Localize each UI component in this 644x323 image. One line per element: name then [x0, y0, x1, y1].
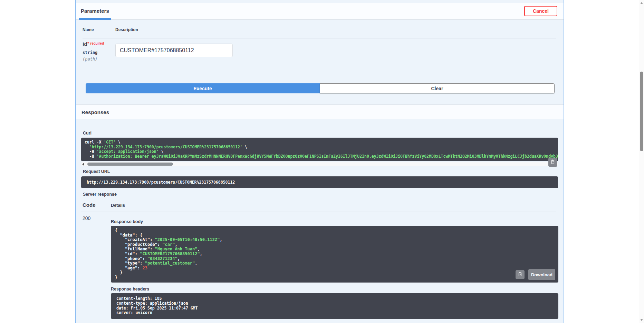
- copy-curl-button[interactable]: [548, 158, 557, 167]
- scroll-left-arrow-icon[interactable]: [82, 163, 84, 166]
- scroll-down-arrow-icon[interactable]: [640, 319, 643, 321]
- param-id-input[interactable]: [115, 44, 233, 57]
- table-divider: [83, 38, 556, 38]
- parameters-header: Parameters Cancel: [76, 3, 564, 20]
- download-button[interactable]: Download: [528, 269, 555, 280]
- server-response-label: Server response: [83, 192, 117, 197]
- required-label: required: [90, 41, 104, 45]
- active-tab-indicator: [79, 18, 111, 20]
- response-body-label: Response body: [111, 219, 143, 224]
- horizontal-scrollbar-thumb[interactable]: [87, 163, 173, 166]
- response-headers-label: Response headers: [111, 287, 149, 292]
- response-body-block: { "data": { "createAt": "2025-09-05T10:4…: [111, 226, 558, 283]
- tab-parameters-label: Parameters: [81, 8, 109, 14]
- page-scrollbar[interactable]: [639, 0, 644, 323]
- tab-parameters[interactable]: Parameters: [79, 3, 111, 20]
- swagger-ui-page: { "colors": { "accent_blue": "#4990e2", …: [0, 0, 644, 323]
- clipboard-icon: [518, 272, 522, 278]
- scroll-up-arrow-icon[interactable]: [640, 2, 643, 4]
- responses-header: Responses: [76, 104, 564, 119]
- curl-command-block: curl -X 'GET' \ 'http://13.229.134.173:7…: [81, 138, 558, 161]
- param-name: id*required: [83, 41, 104, 47]
- curl-label: Curl: [83, 131, 92, 136]
- column-header-details: Details: [111, 203, 125, 208]
- copy-response-button[interactable]: [516, 270, 525, 279]
- response-headers-block: content-length: 185content-type: applica…: [111, 293, 558, 319]
- clipboard-icon: [550, 159, 555, 165]
- execute-row: Execute Clear: [86, 83, 555, 93]
- curl-horizontal-scrollbar: [81, 162, 558, 166]
- required-asterisk: *: [87, 41, 89, 46]
- table-divider: [81, 212, 556, 212]
- param-name-text: id: [83, 41, 87, 47]
- vertical-scrollbar-thumb[interactable]: [640, 72, 643, 151]
- clear-button[interactable]: Clear: [320, 83, 555, 93]
- param-type: string: [83, 50, 97, 55]
- responses-title: Responses: [81, 105, 109, 120]
- column-header-code: Code: [83, 202, 96, 208]
- operation-panel: Parameters Cancel Name Description id*re…: [75, 0, 564, 323]
- request-url-label: Request URL: [83, 169, 110, 174]
- status-code: 200: [83, 215, 90, 221]
- column-header-name: Name: [83, 27, 94, 32]
- request-url-block: http://13.229.134.173:7900/pcustomers/CU…: [81, 176, 558, 188]
- param-location: (path): [83, 57, 97, 62]
- execute-button[interactable]: Execute: [86, 83, 320, 93]
- column-header-description: Description: [115, 27, 138, 32]
- cancel-button[interactable]: Cancel: [524, 6, 557, 16]
